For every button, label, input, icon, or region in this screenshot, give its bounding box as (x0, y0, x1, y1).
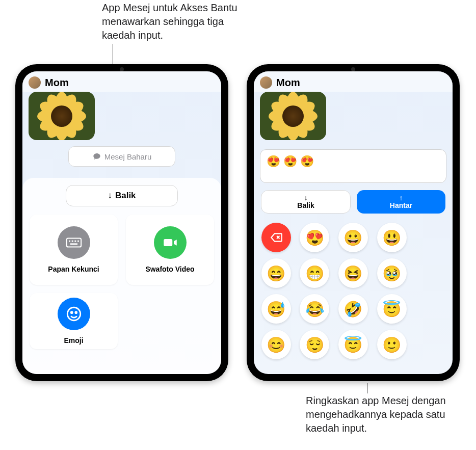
contact-name: Mom (45, 77, 69, 89)
emoji-key[interactable]: 🥹 (377, 258, 407, 288)
svg-rect-2 (71, 241, 73, 242)
chat-area (254, 92, 453, 144)
incoming-photo-message[interactable] (260, 92, 326, 140)
sunflower-image (29, 92, 95, 140)
svg-rect-0 (66, 239, 81, 247)
svg-rect-5 (70, 243, 77, 245)
emoji-key[interactable]: 😊 (261, 330, 291, 359)
callout-bottom: Ringkaskan app Mesej dengan mengehadkann… (306, 394, 464, 435)
svg-rect-4 (77, 241, 79, 242)
chat-header: Mom (22, 71, 221, 92)
input-method-panel: ↓ Balik Papan Kekunci Swafoto V (22, 178, 221, 374)
screen-right: Mom (254, 71, 453, 374)
ipad-device-right: Mom (247, 64, 460, 381)
new-message-button[interactable]: Mesej Baharu (68, 146, 175, 167)
emoji-face-icon (58, 298, 90, 330)
emoji-key[interactable]: 😀 (338, 223, 368, 252)
video-selfie-label: Swafoto Video (145, 265, 194, 273)
svg-point-8 (71, 312, 72, 313)
svg-rect-3 (74, 241, 76, 242)
emoji-key[interactable]: 😂 (300, 294, 329, 324)
emoji-key[interactable]: 😇 (377, 294, 407, 324)
callout-line (113, 44, 113, 66)
send-label: Hantar (390, 201, 412, 209)
arrow-up-icon: ↑ (400, 194, 403, 201)
chat-header: Mom (254, 71, 453, 92)
keyboard-icon (58, 226, 90, 259)
message-bubble-icon (92, 152, 101, 161)
emoji-key[interactable]: 😅 (261, 294, 291, 324)
callout-top: App Mesej untuk Akses Bantu menawarkan s… (102, 1, 250, 42)
keyboard-label: Papan Kekunci (48, 265, 99, 273)
incoming-photo-message[interactable] (29, 92, 95, 140)
back-label: Balik (297, 201, 314, 209)
new-message-label: Mesej Baharu (104, 152, 152, 161)
ipad-device-left: Mom (15, 64, 228, 381)
emoji-key[interactable]: 😆 (338, 258, 368, 288)
svg-point-7 (67, 307, 81, 321)
callout-line (367, 383, 367, 393)
keyboard-tile[interactable]: Papan Kekunci (30, 215, 118, 285)
svg-rect-1 (69, 241, 70, 242)
sunflower-image (260, 92, 326, 140)
compose-field[interactable]: 😍 😍 😍 (260, 149, 446, 183)
emoji-label: Emoji (64, 336, 83, 345)
contact-avatar (29, 76, 41, 89)
screen-left: Mom (22, 71, 221, 374)
arrow-down-icon: ↓ (304, 194, 308, 201)
emoji-key[interactable]: 😌 (300, 330, 329, 359)
contact-name: Mom (276, 77, 300, 89)
back-button[interactable]: ↓ Balik (66, 185, 178, 206)
action-row: ↓ Balik ↑ Hantar (261, 190, 445, 214)
back-button[interactable]: ↓ Balik (261, 190, 351, 214)
contact-avatar (260, 76, 272, 89)
send-button[interactable]: ↑ Hantar (357, 190, 445, 214)
svg-point-9 (75, 312, 76, 313)
emoji-key[interactable]: 🤣 (338, 294, 368, 324)
svg-rect-6 (164, 239, 172, 246)
emoji-key[interactable]: 😁 (300, 258, 329, 288)
emoji-key[interactable]: 😄 (261, 258, 291, 288)
emoji-keyboard: 😍 😀 😃 😄 😁 😆 🥹 😅 😂 🤣 😇 😊 😌 😇 🙂 (261, 223, 445, 359)
emoji-key[interactable]: 😃 (377, 223, 407, 252)
video-selfie-tile[interactable]: Swafoto Video (126, 215, 214, 285)
back-label: Balik (115, 191, 136, 201)
delete-key[interactable] (261, 223, 291, 252)
emoji-key[interactable]: 🙂 (377, 330, 407, 359)
emoji-key[interactable]: 😍 (300, 223, 329, 252)
input-method-grid: Papan Kekunci Swafoto Video Emoji (30, 215, 214, 349)
video-icon (154, 226, 187, 259)
delete-left-icon (270, 231, 283, 244)
emoji-key[interactable]: 😇 (338, 330, 368, 359)
chat-area: Mesej Baharu (22, 92, 221, 171)
arrow-down-icon: ↓ (108, 191, 112, 201)
emoji-tile[interactable]: Emoji (30, 293, 118, 349)
